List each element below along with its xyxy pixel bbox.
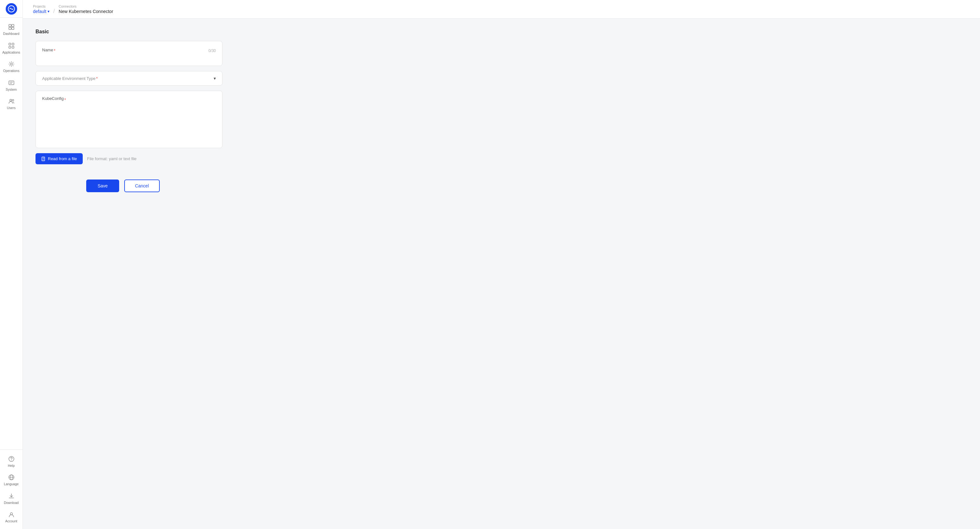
read-file-row: Read from a file File format: yaml or te… (35, 153, 223, 164)
svg-rect-10 (9, 81, 14, 84)
svg-rect-5 (9, 43, 11, 45)
name-label: Name (42, 48, 53, 53)
kubeconfig-label: KubeConfig (42, 96, 64, 101)
name-field-row: Name * 0/30 (42, 48, 216, 54)
svg-point-14 (11, 460, 12, 461)
connectors-label: Connectors (59, 5, 113, 8)
breadcrumb-separator: / (53, 8, 55, 14)
read-file-button[interactable]: Read from a file (35, 153, 83, 164)
kubeconfig-required-indicator: * (64, 97, 66, 102)
section-title: Basic (35, 29, 967, 35)
sidebar-item-operations-label: Operations (3, 69, 19, 73)
sidebar-item-account[interactable]: Account (0, 508, 22, 526)
sidebar-item-dashboard-label: Dashboard (3, 32, 19, 36)
svg-rect-7 (9, 46, 11, 48)
svg-rect-1 (9, 24, 11, 27)
read-file-hint: File format: yaml or text file (87, 156, 137, 161)
sidebar-item-download-label: Download (4, 501, 19, 505)
applications-icon (8, 42, 15, 49)
read-file-button-label: Read from a file (48, 156, 77, 161)
project-name: default (33, 9, 46, 14)
walrus-logo (6, 3, 17, 14)
sidebar-item-language-label: Language (4, 482, 19, 486)
kubeconfig-label-group: KubeConfig * (42, 96, 216, 104)
language-icon (8, 474, 15, 481)
operations-icon (8, 61, 15, 68)
svg-point-11 (10, 99, 12, 101)
sidebar-bottom: Help Language Download (0, 449, 22, 529)
header: Projects default ▾ / Connectors New Kube… (23, 0, 980, 19)
kubeconfig-textarea[interactable] (42, 104, 216, 142)
sidebar-item-applications[interactable]: Applications (0, 39, 22, 58)
account-icon (8, 511, 15, 518)
action-buttons: Save Cancel (35, 180, 967, 192)
kubeconfig-card: KubeConfig * (35, 91, 223, 148)
sidebar-item-language[interactable]: Language (0, 471, 22, 489)
help-icon (8, 456, 15, 462)
env-type-required-indicator: * (96, 76, 98, 81)
sidebar-item-system[interactable]: System (0, 76, 22, 95)
svg-rect-4 (12, 27, 14, 30)
sidebar-item-users[interactable]: Users (0, 94, 22, 113)
file-icon (41, 157, 46, 161)
svg-point-9 (10, 63, 12, 65)
name-field-card: Name * 0/30 (35, 41, 223, 66)
sidebar-item-applications-label: Applications (2, 50, 20, 54)
svg-rect-8 (12, 46, 14, 48)
svg-rect-2 (12, 24, 14, 27)
sidebar-item-users-label: Users (7, 106, 16, 110)
download-icon (8, 492, 15, 499)
name-input[interactable] (42, 54, 216, 59)
save-button[interactable]: Save (86, 180, 119, 192)
project-selector[interactable]: default ▾ (33, 9, 49, 14)
main-content: Projects default ▾ / Connectors New Kube… (23, 0, 980, 529)
project-chevron-icon: ▾ (48, 9, 49, 14)
sidebar-item-operations[interactable]: Operations (0, 57, 22, 76)
sidebar-item-download[interactable]: Download (0, 489, 22, 508)
env-type-label: Applicable Environment Type (42, 76, 95, 81)
cancel-button[interactable]: Cancel (124, 180, 160, 192)
system-icon (8, 79, 15, 86)
sidebar-item-help-label: Help (8, 464, 15, 468)
dashboard-icon (8, 24, 15, 30)
sidebar-item-help[interactable]: Help (0, 452, 22, 471)
sidebar: Dashboard Applications Operations (0, 0, 23, 529)
sidebar-item-system-label: System (6, 88, 17, 92)
breadcrumb-projects: Projects default ▾ (33, 5, 49, 14)
sidebar-nav: Dashboard Applications Operations (0, 18, 22, 449)
page-title: New Kubernetes Connector (59, 9, 113, 14)
name-required-indicator: * (54, 48, 56, 53)
name-label-group: Name * (42, 48, 56, 54)
projects-label: Projects (33, 5, 49, 8)
sidebar-logo (0, 0, 23, 18)
breadcrumb-connectors: Connectors New Kubernetes Connector (59, 5, 113, 14)
users-icon (8, 98, 15, 105)
env-type-label-group: Applicable Environment Type * (42, 76, 98, 81)
svg-point-12 (12, 100, 14, 101)
env-type-dropdown[interactable]: Applicable Environment Type * ▾ (35, 71, 223, 86)
name-char-count: 0/30 (208, 49, 216, 53)
sidebar-item-account-label: Account (5, 519, 18, 523)
sidebar-item-dashboard[interactable]: Dashboard (0, 20, 22, 39)
svg-rect-6 (12, 43, 14, 45)
svg-rect-3 (9, 27, 11, 30)
content-area: Basic Name * 0/30 Applicable Environment… (23, 19, 980, 529)
env-type-chevron-icon: ▾ (214, 76, 216, 81)
